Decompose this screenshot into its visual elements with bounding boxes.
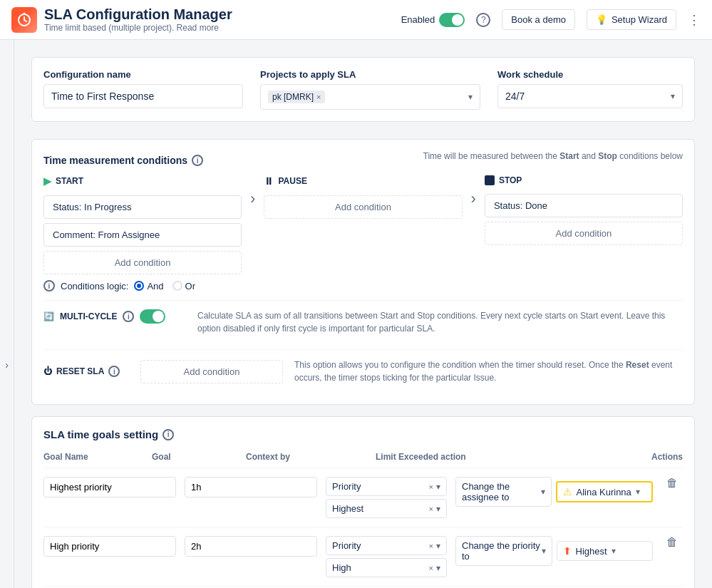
start-add-condition-button[interactable]: Add condition <box>43 251 242 274</box>
projects-field: Projects to apply SLA pk [DMRK] × ▾ <box>260 69 480 110</box>
col-goal-name-header: Goal Name <box>43 452 143 462</box>
goal-1-time-input[interactable] <box>185 477 317 497</box>
sidebar-chevron-icon: › <box>5 359 9 371</box>
schedule-select[interactable]: 24/7 ▾ <box>497 84 683 108</box>
goal-1-warning-icon: ⚠ <box>563 486 572 497</box>
content-area: Configuration name Projects to apply SLA… <box>14 40 712 588</box>
logic-and-option[interactable]: And <box>134 281 163 292</box>
goal-2-high-remove-icon[interactable]: × <box>429 564 433 572</box>
setup-wizard-button[interactable]: 💡 Setup Wizard <box>587 9 676 30</box>
power-icon: ⏻ <box>43 366 52 376</box>
goal-2-limit-action-select[interactable]: Change the priority to ▾ <box>455 536 552 566</box>
sidebar-toggle[interactable]: › <box>0 40 14 588</box>
goal-1-name-input[interactable] <box>43 477 176 497</box>
play-icon: ▶ <box>43 175 51 187</box>
goal-1-highest-remove-icon[interactable]: × <box>429 505 433 513</box>
goal-1-context-priority-tag[interactable]: Priority × ▾ <box>326 477 447 496</box>
col-context-header: Context by <box>246 452 367 462</box>
goal-2-delete-button[interactable]: 🗑 <box>661 536 683 549</box>
projects-select[interactable]: pk [DMRK] × ▾ <box>260 84 480 110</box>
goals-section: SLA time goals setting i Goal Name Goal … <box>31 416 695 588</box>
enabled-badge: Enabled <box>401 13 465 27</box>
stop-add-condition-button[interactable]: Add condition <box>485 222 683 245</box>
arrow-right-icon-2: › <box>471 190 476 208</box>
goals-column-headers: Goal Name Goal Context by Limit Exceeded… <box>43 449 683 468</box>
goal-1-limit-action-select[interactable]: Change the assignee to ▾ <box>455 477 552 507</box>
schedule-chevron-icon: ▾ <box>671 91 675 101</box>
schedule-field: Work schedule 24/7 ▾ <box>497 69 683 110</box>
goal-2-high-chevron-icon: ▾ <box>436 563 440 573</box>
goal-1-context-highest-tag[interactable]: Highest × ▾ <box>326 499 447 518</box>
logic-row: i Conditions logic: And Or <box>43 280 683 292</box>
goal-2-limit: Change the priority to ▾ ⬆ Highest ▾ <box>455 536 653 566</box>
header-actions: Enabled ? Book a demo 💡 Setup Wizard ⋮ <box>401 9 701 30</box>
goal-1-priority-remove-icon[interactable]: × <box>429 483 433 491</box>
goal-2-context-high-tag[interactable]: High × ▾ <box>326 558 447 577</box>
conditions-info-icon[interactable]: i <box>192 155 203 166</box>
config-row: Configuration name Projects to apply SLA… <box>31 57 695 122</box>
goal-1-limit-row: Change the assignee to ▾ ⚠ Alina Kurinna… <box>455 477 653 507</box>
pause-add-condition-button[interactable]: Add condition <box>264 195 462 219</box>
start-condition-2: Comment: From Assignee <box>43 223 242 247</box>
reset-sla-description: This option allows you to configure the … <box>294 359 683 384</box>
conditions-section: Time measurement conditions i Time will … <box>31 139 695 405</box>
multicycle-description: Calculate SLA as sum of all transitions … <box>197 309 683 335</box>
logic-or-radio[interactable] <box>172 281 182 291</box>
goal-2-context-priority-tag[interactable]: Priority × ▾ <box>326 536 447 555</box>
app-logo <box>11 7 37 33</box>
goal-2-priority-remove-icon[interactable]: × <box>429 542 433 550</box>
goal-2-context: Priority × ▾ High × ▾ <box>326 536 447 577</box>
config-name-input[interactable] <box>43 84 243 108</box>
multicycle-toggle[interactable] <box>140 309 165 324</box>
app-subtitle: Time limit based (multiple project). Rea… <box>44 23 232 33</box>
logic-label: Conditions logic: <box>61 281 128 292</box>
goal-1-assignee-chevron-icon: ▾ <box>636 487 640 497</box>
conditions-title: Time measurement conditions i <box>43 155 203 166</box>
projects-chevron-icon: ▾ <box>468 92 473 102</box>
main-content: › Configuration name Projects to apply S… <box>0 40 712 588</box>
goal-1-limit-chevron-icon: ▾ <box>541 487 545 497</box>
pause-header: ⏸ PAUSE <box>264 175 462 187</box>
goal-2-priority-chevron-icon: ▾ <box>612 546 616 556</box>
multicycle-row: 🔄 MULTI-CYCLE i Calculate SLA as sum of … <box>43 300 683 344</box>
stop-header: STOP <box>485 175 683 185</box>
start-column: ▶ START Status: In Progress Comment: Fro… <box>43 175 242 274</box>
goal-2-priority-chevron-icon: ▾ <box>436 541 440 551</box>
goal-1-limit: Change the assignee to ▾ ⚠ Alina Kurinna… <box>455 477 653 507</box>
multicycle-info-icon[interactable]: i <box>123 311 134 322</box>
col-goal-header: Goal <box>152 452 237 462</box>
config-name-field: Configuration name <box>43 69 243 110</box>
goal-2-time-input[interactable] <box>185 536 317 557</box>
reset-sla-label: RESET SLA <box>56 366 104 376</box>
project-tag: pk [DMRK] × <box>268 91 325 103</box>
goal-2-limit-row: Change the priority to ▾ ⬆ Highest ▾ <box>455 536 653 566</box>
stop-column: STOP Status: Done Add condition <box>485 175 683 245</box>
enabled-toggle[interactable] <box>439 13 465 27</box>
stop-label: STOP <box>499 175 522 185</box>
conditions-grid: ▶ START Status: In Progress Comment: Fro… <box>43 175 683 274</box>
arrow-right-icon-1: › <box>250 190 255 208</box>
svg-point-1 <box>24 12 26 14</box>
book-demo-button[interactable]: Book a demo <box>502 9 575 30</box>
help-icon[interactable]: ? <box>476 13 490 27</box>
logic-and-radio[interactable] <box>134 281 144 291</box>
conditions-subtitle: Time will be measured between the Start … <box>423 151 683 161</box>
logic-or-option[interactable]: Or <box>172 281 195 292</box>
stop-icon <box>485 175 495 185</box>
project-tag-remove[interactable]: × <box>316 93 321 101</box>
goals-header: SLA time goals setting i <box>43 428 683 440</box>
goal-2-name-input[interactable] <box>43 536 176 557</box>
reset-sla-row: ⏻ RESET SLA i Add condition This option … <box>43 349 683 393</box>
reset-sla-info-icon[interactable]: i <box>108 366 120 377</box>
more-options-icon[interactable]: ⋮ <box>688 12 701 28</box>
multicycle-left: 🔄 MULTI-CYCLE i <box>43 309 186 324</box>
logic-info-icon[interactable]: i <box>43 280 55 292</box>
goals-info-icon[interactable]: i <box>162 429 174 440</box>
goal-row-1: Priority × ▾ Highest × ▾ <box>43 468 683 527</box>
goal-2-priority-select[interactable]: ⬆ Highest ▾ <box>557 541 654 561</box>
goal-1-delete-button[interactable]: 🗑 <box>661 477 683 490</box>
start-condition-1: Status: In Progress <box>43 195 242 219</box>
goal-1-assignee-select[interactable]: ⚠ Alina Kurinna ▾ <box>556 481 654 502</box>
reset-add-condition-button[interactable]: Add condition <box>140 360 283 383</box>
projects-label: Projects to apply SLA <box>260 69 480 80</box>
